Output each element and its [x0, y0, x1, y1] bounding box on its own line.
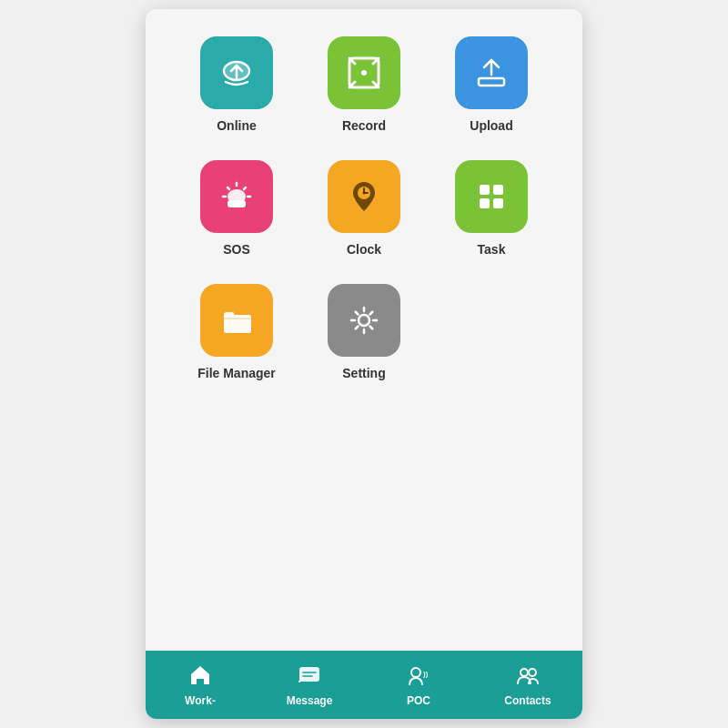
app-item-record[interactable]: Record	[309, 36, 419, 133]
app-grid: Online Record	[182, 36, 546, 380]
app-item-clock[interactable]: Clock	[309, 160, 419, 257]
poc-label: POC	[407, 694, 430, 707]
sos-icon	[200, 160, 273, 233]
file-manager-icon	[200, 284, 273, 357]
message-label: Message	[287, 694, 333, 707]
svg-rect-15	[480, 185, 490, 195]
home-icon	[188, 663, 212, 691]
app-item-filemanager[interactable]: File Manager	[182, 284, 291, 380]
nav-item-message[interactable]: Message	[255, 663, 364, 707]
svg-point-19	[359, 315, 369, 326]
poc-icon: ))	[407, 663, 430, 691]
task-label: Task	[478, 242, 506, 257]
filemanager-label: File Manager	[197, 366, 276, 380]
app-item-task[interactable]: Task	[437, 160, 546, 257]
nav-item-poc[interactable]: )) POC	[364, 663, 473, 707]
svg-point-2	[361, 70, 367, 76]
clock-icon	[328, 160, 400, 233]
svg-point-25	[521, 669, 528, 676]
svg-point-26	[529, 669, 536, 676]
app-item-sos[interactable]: SOS	[182, 160, 291, 257]
message-icon	[298, 663, 321, 691]
svg-rect-18	[493, 198, 503, 208]
online-icon	[200, 36, 273, 109]
svg-rect-17	[480, 198, 490, 208]
contacts-label: Contacts	[504, 694, 551, 707]
nav-item-work[interactable]: Work-	[146, 663, 255, 707]
main-content: Online Record	[146, 9, 582, 651]
svg-rect-3	[479, 78, 504, 86]
svg-line-7	[244, 187, 246, 189]
bottom-navigation: Work- Message )) POC	[146, 651, 582, 719]
setting-label: Setting	[342, 366, 385, 380]
phone-container: Online Record	[146, 9, 582, 719]
app-item-online[interactable]: Online	[182, 36, 291, 133]
settings-icon	[328, 284, 400, 357]
app-item-upload[interactable]: Upload	[437, 36, 546, 133]
svg-point-23	[411, 668, 420, 677]
nav-item-contacts[interactable]: Contacts	[473, 663, 582, 707]
task-icon	[455, 160, 528, 233]
record-icon	[328, 36, 400, 109]
upload-icon	[455, 36, 528, 109]
svg-line-8	[228, 187, 229, 189]
record-label: Record	[342, 118, 386, 133]
upload-label: Upload	[470, 118, 512, 133]
app-item-setting[interactable]: Setting	[309, 284, 419, 380]
svg-text:)): ))	[423, 670, 429, 678]
online-label: Online	[217, 118, 257, 133]
contacts-icon	[516, 663, 540, 691]
sos-label: SOS	[223, 242, 250, 257]
svg-point-5	[228, 189, 246, 204]
clock-label: Clock	[347, 242, 381, 257]
work-label: Work-	[185, 694, 216, 707]
svg-rect-16	[493, 185, 503, 195]
